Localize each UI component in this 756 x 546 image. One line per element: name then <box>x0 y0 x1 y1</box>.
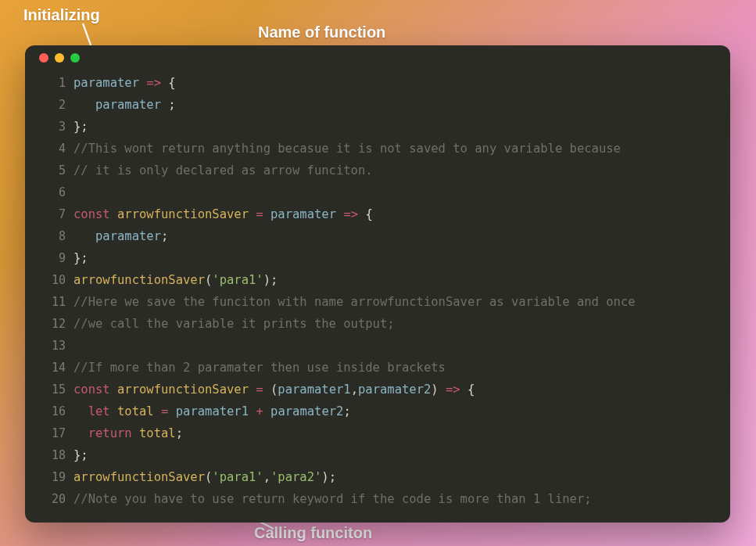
line-content: //Here we save the funciton with name ar… <box>73 291 636 313</box>
line-content: }; <box>73 116 88 138</box>
line-content: //we call the variable it prints the out… <box>73 313 395 335</box>
label-calling-function: Calling funciton <box>254 524 372 542</box>
code-line: 8 paramater; <box>39 225 716 247</box>
line-content: // it is only declared as arrow funciton… <box>73 160 373 181</box>
line-content <box>73 181 81 203</box>
code-line: 11//Here we save the funciton with name … <box>39 291 716 313</box>
line-number: 3 <box>39 116 66 138</box>
line-number: 1 <box>39 72 66 94</box>
code-line: 9}; <box>39 247 716 269</box>
close-icon[interactable] <box>39 53 48 63</box>
code-line: 10arrowfunctionSaver('para1'); <box>39 269 716 291</box>
label-name-of-function: Name of function <box>258 23 385 41</box>
maximize-icon[interactable] <box>70 53 80 63</box>
line-number: 16 <box>39 401 66 422</box>
line-number: 19 <box>39 466 66 488</box>
line-content: let total = paramater1 + paramater2; <box>73 401 351 422</box>
line-content: paramater ; <box>73 94 176 116</box>
line-number: 20 <box>39 488 66 510</box>
code-line: 15const arrowfunctionSaver = (paramater1… <box>39 379 716 401</box>
code-line: 20//Note you have to use return keyword … <box>39 488 716 510</box>
line-number: 12 <box>39 313 66 335</box>
line-content: //If more than 2 paramater then use insi… <box>73 357 446 379</box>
code-line: 5// it is only declared as arrow funcito… <box>39 160 716 181</box>
code-line: 1paramater => { <box>39 72 716 94</box>
code-line: 7const arrowfunctionSaver = paramater =>… <box>39 203 716 225</box>
minimize-icon[interactable] <box>55 53 64 63</box>
line-content: arrowfunctionSaver('para1','para2'); <box>73 466 336 488</box>
code-line: 2 paramater ; <box>39 94 716 116</box>
line-number: 5 <box>39 160 66 181</box>
line-number: 4 <box>39 138 66 160</box>
line-content: //This wont return anything becasue it i… <box>73 138 621 160</box>
line-number: 15 <box>39 379 66 401</box>
line-number: 8 <box>39 225 66 247</box>
code-line: 4//This wont return anything becasue it … <box>39 138 716 160</box>
line-content <box>73 335 81 357</box>
line-number: 9 <box>39 247 66 269</box>
code-line: 13 <box>39 335 716 357</box>
line-content: //Note you have to use return keyword if… <box>73 488 592 510</box>
code-line: 19arrowfunctionSaver('para1','para2'); <box>39 466 716 488</box>
line-number: 13 <box>39 335 66 357</box>
line-content: return total; <box>73 422 183 444</box>
line-content: paramater; <box>73 225 168 247</box>
line-content: arrowfunctionSaver('para1'); <box>73 269 278 291</box>
line-number: 18 <box>39 444 66 466</box>
line-number: 10 <box>39 269 66 291</box>
code-line: 16 let total = paramater1 + paramater2; <box>39 401 716 422</box>
label-initializing: Initializing <box>23 6 100 24</box>
window-traffic-lights <box>39 53 716 63</box>
code-line: 17 return total; <box>39 422 716 444</box>
line-number: 2 <box>39 94 66 116</box>
code-line: 6 <box>39 181 716 203</box>
line-number: 14 <box>39 357 66 379</box>
code-line: 18}; <box>39 444 716 466</box>
line-content: paramater => { <box>73 72 176 94</box>
line-content: const arrowfunctionSaver = (paramater1,p… <box>73 379 475 401</box>
line-content: const arrowfunctionSaver = paramater => … <box>73 203 373 225</box>
line-content: }; <box>73 444 88 466</box>
code-line: 12//we call the variable it prints the o… <box>39 313 716 335</box>
code-line: 14//If more than 2 paramater then use in… <box>39 357 716 379</box>
code-block: 1paramater => {2 paramater ;3};4//This w… <box>39 72 716 510</box>
line-content: }; <box>73 247 88 269</box>
line-number: 17 <box>39 422 66 444</box>
code-line: 3}; <box>39 116 716 138</box>
line-number: 7 <box>39 203 66 225</box>
line-number: 11 <box>39 291 66 313</box>
code-editor-window: 1paramater => {2 paramater ;3};4//This w… <box>25 45 730 523</box>
line-number: 6 <box>39 181 66 203</box>
